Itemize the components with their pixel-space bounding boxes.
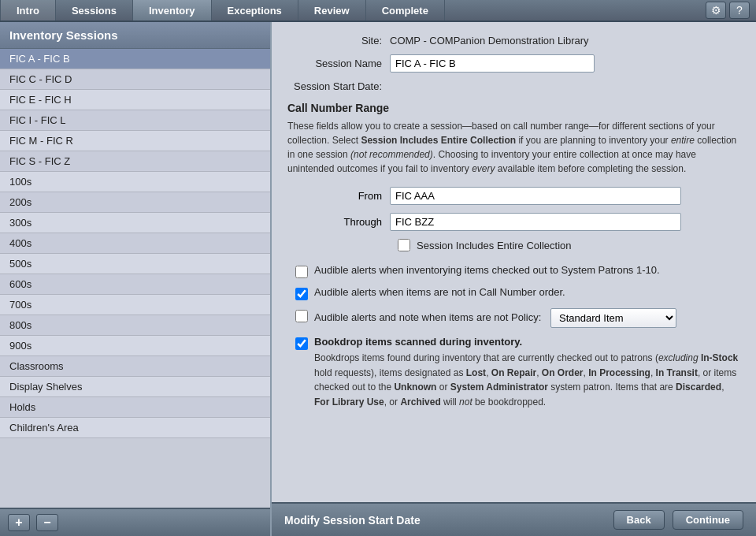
nav-icons: ⚙ ?: [699, 0, 756, 20]
list-item[interactable]: 500s: [0, 254, 270, 274]
list-item[interactable]: 100s: [0, 172, 270, 192]
bd-10: system patron. Items that are: [548, 382, 676, 393]
from-label: From: [287, 190, 390, 202]
through-label: Through: [287, 216, 390, 228]
desc-italic-3: every: [472, 163, 495, 174]
bd-13: will: [441, 396, 459, 408]
session-name-input[interactable]: [390, 54, 595, 73]
list-item[interactable]: FIC E - FIC H: [0, 90, 270, 110]
bookdrop-title: Bookdrop items scanned during inventory.: [314, 336, 522, 348]
bookdrop-row: Bookdrop items scanned during inventory.…: [287, 336, 740, 409]
nav-inventory[interactable]: Inventory: [133, 0, 212, 20]
remove-session-button[interactable]: −: [36, 514, 58, 531]
nav-intro[interactable]: Intro: [0, 0, 56, 20]
settings-icon[interactable]: ⚙: [706, 2, 726, 19]
list-item[interactable]: 300s: [0, 213, 270, 233]
alert2-checkbox[interactable]: [295, 288, 308, 300]
policy-select[interactable]: Standard Item: [550, 308, 676, 328]
alert1-checkbox[interactable]: [295, 266, 308, 278]
from-row: From: [287, 187, 740, 205]
entire-collection-label: Session Includes Entire Collection: [417, 240, 740, 251]
site-label: Site:: [287, 35, 390, 47]
bd-11: ,: [721, 382, 724, 393]
bd-b7: Unknown: [394, 382, 436, 393]
list-item[interactable]: FIC C - FIC D: [0, 69, 270, 90]
list-item[interactable]: Classrooms: [0, 356, 270, 377]
desc-italic-1: entire: [671, 135, 695, 146]
bd-b6: In Transit: [656, 367, 698, 378]
panel-footer: + −: [0, 508, 270, 536]
bd-7: ,: [650, 367, 656, 378]
list-item[interactable]: FIC S - FIC Z: [0, 151, 270, 172]
left-panel: Inventory Sessions FIC A - FIC B FIC C -…: [0, 22, 272, 536]
add-session-button[interactable]: +: [8, 514, 30, 531]
call-number-range-title: Call Number Range: [287, 102, 740, 114]
panel-title: Inventory Sessions: [0, 22, 270, 49]
through-row: Through: [287, 213, 740, 231]
session-name-label: Session Name: [287, 58, 390, 69]
list-item[interactable]: 400s: [0, 233, 270, 254]
call-number-desc: These fields allow you to create a sessi…: [287, 119, 740, 176]
alert2-row: Audible alerts when items are not in Cal…: [287, 286, 740, 300]
site-value: COMP - COMPanion Demonstration Library: [390, 35, 589, 47]
from-input[interactable]: [390, 187, 681, 205]
alert3-label: Audible alerts and note when items are n…: [314, 311, 541, 323]
list-item[interactable]: Display Shelves: [0, 377, 270, 397]
list-item[interactable]: FIC I - FIC L: [0, 110, 270, 131]
list-item[interactable]: 900s: [0, 336, 270, 356]
modify-label: Modify Session Start Date: [284, 514, 606, 527]
bd-b10: For Library Use: [314, 396, 384, 408]
desc-italic-2: (not recommended): [350, 149, 433, 160]
bd-b4: On Order: [542, 367, 584, 378]
bd-b5: In Processing: [588, 367, 650, 378]
bookdrop-content: Bookdrop items scanned during inventory.…: [314, 336, 740, 409]
bd-b8: System Administrator: [450, 382, 548, 393]
nav-complete[interactable]: Complete: [366, 0, 445, 20]
right-panel: Site: COMP - COMPanion Demonstration Lib…: [272, 22, 756, 536]
list-item[interactable]: FIC M - FIC R: [0, 131, 270, 151]
through-input[interactable]: [390, 213, 681, 231]
session-start-date-label: Session Start Date:: [287, 80, 390, 92]
help-icon[interactable]: ?: [729, 2, 750, 19]
alert2-label: Audible alerts when items are not in Cal…: [314, 286, 740, 298]
top-nav: Intro Sessions Inventory Exceptions Revi…: [0, 0, 756, 22]
main-layout: Inventory Sessions FIC A - FIC B FIC C -…: [0, 22, 756, 536]
desc-text-2: if you are planning to inventory your: [516, 135, 671, 146]
bd-b11: Archived: [400, 396, 440, 408]
list-item[interactable]: 800s: [0, 315, 270, 336]
nav-review[interactable]: Review: [298, 0, 366, 20]
alert1-row: Audible alerts when inventorying items c…: [287, 264, 740, 278]
session-list: FIC A - FIC B FIC C - FIC D FIC E - FIC …: [0, 49, 270, 508]
bd-14: be bookdropped.: [472, 396, 546, 408]
list-item[interactable]: Holds: [0, 397, 270, 418]
desc-bold: Session Includes Entire Collection: [361, 135, 516, 146]
bookdrop-desc: Bookdrops items found during inventory t…: [314, 351, 740, 409]
bd-it1: excluding: [658, 352, 699, 363]
list-item[interactable]: 600s: [0, 274, 270, 295]
bd-9: or: [436, 382, 450, 393]
bd-1: Bookdrops items found during inventory t…: [314, 352, 658, 363]
nav-sessions[interactable]: Sessions: [56, 0, 133, 20]
bd-b9: Discarded: [676, 382, 721, 393]
session-name-row: Session Name: [287, 54, 740, 73]
site-row: Site: COMP - COMPanion Demonstration Lib…: [287, 35, 740, 47]
list-item[interactable]: 200s: [0, 192, 270, 213]
list-item[interactable]: Children's Area: [0, 418, 270, 438]
bd-b1: In-Stock: [701, 352, 738, 363]
list-item[interactable]: FIC A - FIC B: [0, 49, 270, 69]
bottom-bar: Modify Session Start Date Back Continue: [272, 502, 756, 536]
back-button[interactable]: Back: [613, 510, 665, 530]
alert3-row-content: Audible alerts and note when items are n…: [314, 308, 740, 328]
alert3-checkbox[interactable]: [295, 310, 308, 322]
bd-4: ,: [486, 367, 491, 378]
alert1-label: Audible alerts when inventorying items c…: [314, 264, 740, 276]
continue-button[interactable]: Continue: [673, 510, 743, 530]
entire-collection-row: Session Includes Entire Collection: [287, 239, 740, 251]
entire-collection-checkbox[interactable]: [398, 239, 410, 251]
list-item[interactable]: 700s: [0, 295, 270, 315]
bd-b2: Lost: [466, 367, 486, 378]
bookdrop-checkbox[interactable]: [295, 337, 308, 350]
right-content: Site: COMP - COMPanion Demonstration Lib…: [272, 22, 756, 502]
nav-exceptions[interactable]: Exceptions: [212, 0, 298, 20]
desc-text-5: available item before completing the ses…: [495, 163, 686, 174]
